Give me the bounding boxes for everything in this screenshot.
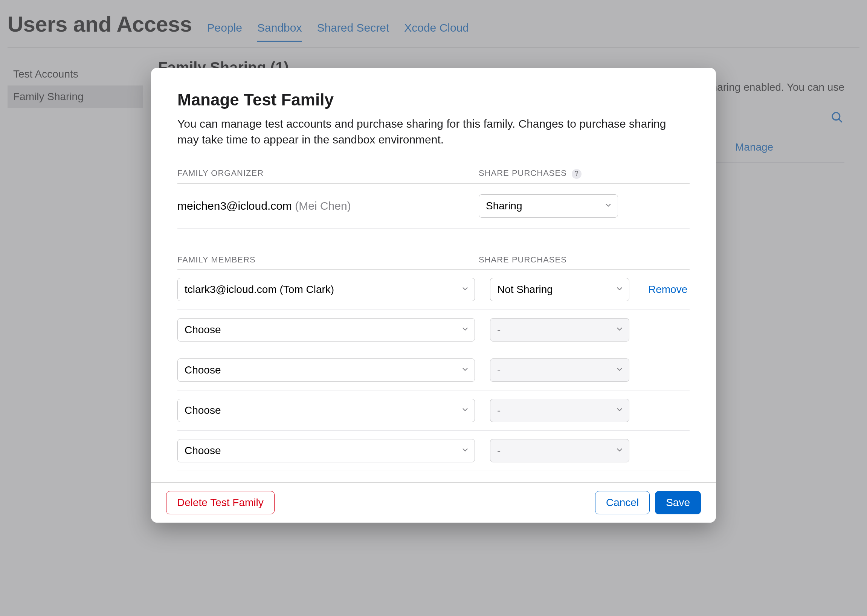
member-share-select: - [490,318,629,341]
share-head-label-2: SHARE PURCHASES [479,255,637,265]
organizer-account: meichen3@icloud.com (Mei Chen) [178,200,479,212]
member-account-select[interactable]: Choose [178,399,475,422]
member-account-select[interactable]: tclark3@icloud.com (Tom Clark) [178,278,475,301]
chevron-down-icon [615,404,624,416]
member-account-select[interactable]: Choose [178,358,475,382]
organizer-row: meichen3@icloud.com (Mei Chen) Sharing [178,184,689,229]
modal-overlay: Manage Test Family You can manage test a… [0,0,867,616]
modal-description: You can manage test accounts and purchas… [178,116,689,148]
member-share-select[interactable]: Not Sharing [490,278,629,301]
member-account-select[interactable]: Choose [178,439,475,462]
organizer-head-label: FAMILY ORGANIZER [178,168,479,179]
share-head-label: SHARE PURCHASES ? [479,168,637,179]
chevron-down-icon [461,445,469,457]
chevron-down-icon [615,283,624,295]
members-head-label: FAMILY MEMBERS [178,255,479,265]
members-section-head: FAMILY MEMBERS SHARE PURCHASES [178,255,689,270]
chevron-down-icon [461,404,469,416]
delete-family-button[interactable]: Delete Test Family [166,491,275,514]
chevron-down-icon [461,283,469,295]
chevron-down-icon [604,200,612,212]
member-row: Choose- [178,310,689,350]
member-share-select: - [490,399,629,422]
cancel-button[interactable]: Cancel [595,491,650,514]
remove-member-link[interactable]: Remove [648,283,688,295]
member-share-select: - [490,358,629,382]
modal-footer: Delete Test Family Cancel Save [151,482,716,523]
help-icon[interactable]: ? [572,169,582,179]
member-row: Choose- [178,390,689,431]
chevron-down-icon [615,324,624,336]
chevron-down-icon [615,445,624,457]
member-account-select[interactable]: Choose [178,318,475,341]
chevron-down-icon [615,364,624,376]
member-share-select: - [490,439,629,462]
organizer-share-select[interactable]: Sharing [479,194,618,218]
chevron-down-icon [461,364,469,376]
save-button[interactable]: Save [655,491,701,514]
modal-title: Manage Test Family [178,90,689,109]
member-row: tclark3@icloud.com (Tom Clark)Not Sharin… [178,270,689,310]
chevron-down-icon [461,324,469,336]
organizer-section-head: FAMILY ORGANIZER SHARE PURCHASES ? [178,168,689,184]
manage-family-modal: Manage Test Family You can manage test a… [151,68,716,523]
member-row: Choose- [178,431,689,471]
member-row: Choose- [178,350,689,390]
